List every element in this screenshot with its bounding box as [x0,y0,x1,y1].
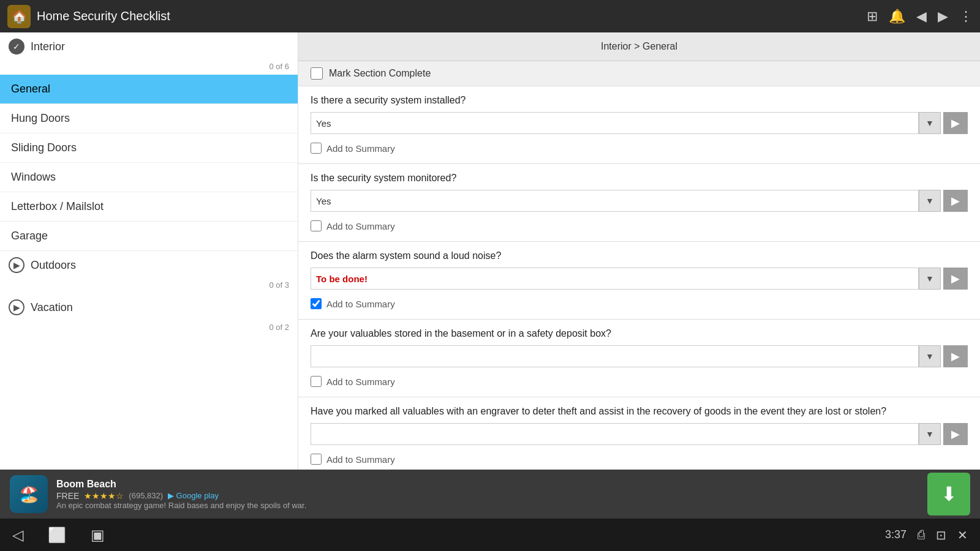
detail-btn-3[interactable]: ▶ [943,268,968,290]
interior-label: Interior [31,40,65,53]
ad-info: Boom Beach FREE ★★★★☆ (695,832) ▶ Google… [56,479,919,510]
question-block-1: Is there a security system installed? Ye… [298,86,980,164]
ad-google-play[interactable]: ▶ Google play [168,491,219,500]
outdoors-label: Outdoors [31,259,76,272]
sidebar-item-letterbox[interactable]: Letterbox / Mailslot [0,192,298,222]
outdoors-count: 0 of 3 [0,279,298,293]
question-block-4: Are your valuables stored in the basemen… [298,320,980,397]
ad-description: An epic combat strategy game! Raid bases… [56,501,919,510]
question-text-2: Is the security system monitored? [311,173,968,184]
add-summary-label-3: Add to Summary [326,299,395,309]
dropdown-btn-4[interactable]: ▼ [919,345,941,367]
question-text-5: Have you marked all valuables with an en… [311,406,968,417]
add-summary-label-5: Add to Summary [326,454,395,465]
vacation-expand-icon: ▶ [9,299,24,315]
dropdown-btn-5[interactable]: ▼ [919,423,941,445]
ad-stars: ★★★★☆ [84,491,124,501]
sidebar-section-interior[interactable]: ✓ Interior [0,32,298,61]
detail-btn-4[interactable]: ▶ [943,345,968,367]
add-summary-checkbox-3[interactable] [311,298,322,309]
add-summary-label-1: Add to Summary [326,143,395,154]
sidebar-section-outdoors[interactable]: ▶ Outdoors [0,251,298,279]
answer-row-2: Yes ▼ ▶ [311,190,968,212]
vacation-count: 0 of 2 [0,321,298,335]
add-summary-checkbox-1[interactable] [311,143,322,154]
breadcrumb: Interior > General [298,32,980,61]
status-bar-right: 3:37 ⎙ ⊡ ✕ [885,528,968,542]
nav-home-button[interactable]: ⬜ [48,527,66,544]
outdoors-expand-icon: ▶ [9,257,24,273]
detail-btn-2[interactable]: ▶ [943,190,968,212]
table-icon[interactable]: ⊞ [867,9,878,24]
add-summary-row-4: Add to Summary [311,372,968,393]
nav-icons-group: ◁ ⬜ ▣ [12,527,105,544]
question-block-2: Is the security system monitored? Yes ▼ … [298,164,980,242]
answer-row-1: Yes ▼ ▶ [311,112,968,134]
share-icon: ⎙ [918,528,925,542]
add-summary-checkbox-4[interactable] [311,376,322,387]
answer-row-4: ▼ ▶ [311,345,968,367]
sidebar-item-windows[interactable]: Windows [0,163,298,192]
interior-count: 0 of 6 [0,61,298,75]
dropdown-btn-1[interactable]: ▼ [919,112,941,134]
detail-btn-5[interactable]: ▶ [943,423,968,445]
mark-section-checkbox[interactable] [311,67,323,80]
nav-forward-icon[interactable]: ▶ [938,9,948,24]
answer-field-1[interactable]: Yes [311,112,919,134]
app-title: Home Security Checklist [37,9,867,23]
answer-field-5[interactable] [311,423,919,445]
app-icon: 🏠 [7,5,31,28]
ad-image: 🏖️ [10,475,48,513]
nav-back-icon[interactable]: ◀ [916,9,927,24]
add-summary-checkbox-2[interactable] [311,220,322,231]
question-text-3: Does the alarm system sound a loud noise… [311,250,968,261]
dropdown-btn-3[interactable]: ▼ [919,268,941,290]
answer-field-3[interactable]: To be done! [311,268,919,290]
question-text-1: Is there a security system installed? [311,95,968,106]
bottom-nav-bar: ◁ ⬜ ▣ 3:37 ⎙ ⊡ ✕ [0,519,980,551]
interior-check-icon: ✓ [9,39,24,54]
add-summary-row-3: Add to Summary [311,294,968,315]
sidebar-item-garage[interactable]: Garage [0,222,298,251]
nav-back-button[interactable]: ◁ [12,527,23,544]
ad-free-label: FREE [56,491,79,501]
sidebar-item-general[interactable]: General [0,75,298,104]
mark-section-row: Mark Section Complete [298,61,980,86]
add-summary-label-2: Add to Summary [326,221,395,231]
ad-download-button[interactable]: ⬇ [927,473,970,515]
add-summary-checkbox-5[interactable] [311,454,322,465]
question-block-3: Does the alarm system sound a loud noise… [298,242,980,320]
answer-field-4[interactable] [311,345,919,367]
answer-row-5: ▼ ▶ [311,423,968,445]
add-summary-row-5: Add to Summary [311,450,968,471]
overflow-menu-icon[interactable]: ⋮ [959,9,973,24]
detail-btn-1[interactable]: ▶ [943,112,968,134]
sidebar-section-vacation[interactable]: ▶ Vacation [0,293,298,321]
add-summary-row-2: Add to Summary [311,217,968,238]
question-block-5: Have you marked all valuables with an en… [298,397,980,475]
clock: 3:37 [885,528,907,541]
ad-title[interactable]: Boom Beach [56,479,919,490]
ad-reviews: (695,832) [129,491,163,500]
sidebar-item-sliding-doors[interactable]: Sliding Doors [0,133,298,163]
add-summary-row-1: Add to Summary [311,139,968,160]
topbar: 🏠 Home Security Checklist ⊞ 🔔 ◀ ▶ ⋮ [0,0,980,32]
answer-row-3: To be done! ▼ ▶ [311,268,968,290]
sidebar-item-hung-doors[interactable]: Hung Doors [0,104,298,133]
add-summary-label-4: Add to Summary [326,377,395,387]
vacation-label: Vacation [31,301,73,314]
notification-icon[interactable]: 🔔 [889,9,905,24]
nav-recents-button[interactable]: ▣ [91,527,105,544]
ad-bar: 🏖️ Boom Beach FREE ★★★★☆ (695,832) ▶ Goo… [0,470,980,519]
ad-meta: FREE ★★★★☆ (695,832) ▶ Google play [56,491,919,501]
answer-field-2[interactable]: Yes [311,190,919,212]
top-icon-group: ⊞ 🔔 ◀ ▶ ⋮ [867,9,973,24]
sidebar: ✓ Interior 0 of 6 General Hung Doors Sli… [0,32,298,502]
screen-icon: ⊡ [936,528,946,542]
question-text-4: Are your valuables stored in the basemen… [311,328,968,339]
dropdown-btn-2[interactable]: ▼ [919,190,941,212]
content-area: Interior > General Mark Section Complete… [298,32,980,502]
close-icon[interactable]: ✕ [957,528,968,542]
mark-section-label: Mark Section Complete [329,68,431,79]
